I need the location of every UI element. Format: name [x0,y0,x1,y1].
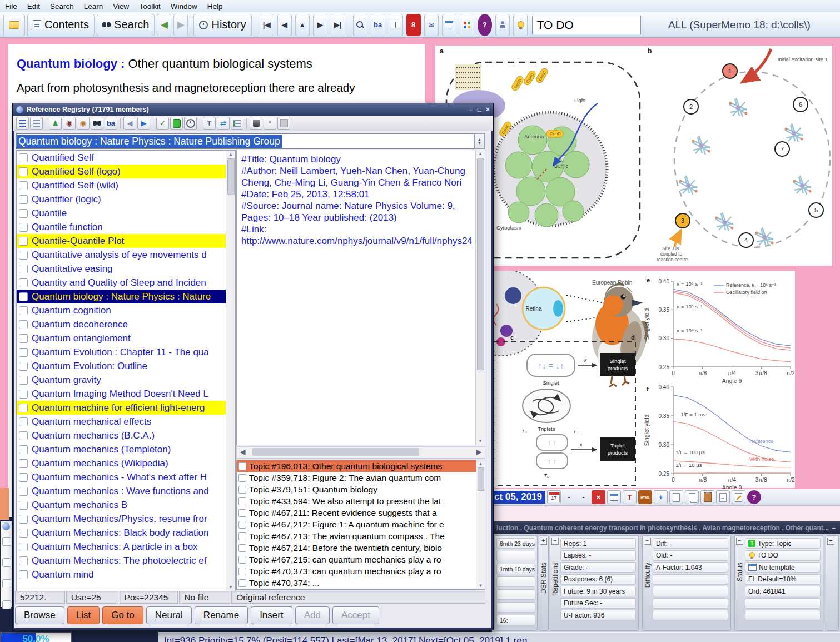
item-checkbox[interactable] [19,181,28,190]
next-element-icon[interactable]: ▶ [313,14,327,36]
horizontal-scrollbar[interactable]: ◀▶ [236,446,485,459]
dash-icon[interactable]: - [577,491,590,504]
browse-button[interactable]: Browse [15,606,64,624]
prev-icon[interactable]: ◀ [123,117,136,130]
reference-link[interactable]: http://www.nature.com/nphys/journal/v9/n… [241,235,468,247]
item-checkbox[interactable] [19,417,28,426]
topic-checkbox[interactable] [238,544,246,552]
history-button[interactable]: History [193,14,251,36]
topic-row[interactable]: Topic #467,213: The avian quantum compas… [237,530,485,542]
list-item[interactable]: Quantum Mechanics: The photoelectric ef [17,554,235,568]
item-checkbox[interactable] [19,306,28,315]
semantic-icon[interactable]: ◉ [77,117,90,130]
list-item[interactable]: Quantum mechanics B [17,498,235,512]
font-icon[interactable]: T [623,490,637,504]
template-window-icon[interactable] [442,14,456,36]
history-time-icon[interactable] [184,117,197,130]
item-checkbox[interactable] [19,292,28,301]
item-checkbox[interactable] [19,515,28,524]
topic-checkbox[interactable] [238,579,246,587]
item-checkbox[interactable] [19,404,28,412]
minimize-icon[interactable]: – [469,106,473,113]
list-item[interactable]: Quantified Self (wiki) [17,178,235,192]
item-checkbox[interactable] [19,390,28,399]
item-checkbox[interactable] [19,209,28,218]
item-checkbox[interactable] [19,431,28,440]
list-item[interactable]: Quantum machine for efficient light-ener… [17,401,235,415]
maximize-icon[interactable]: □ [478,106,481,113]
add-button[interactable]: Add [295,606,330,624]
archive-icon[interactable] [250,117,262,130]
item-checkbox[interactable] [19,167,28,176]
google-icon[interactable]: 8 [406,14,421,36]
list-item[interactable]: Quantum entanglement [17,331,235,345]
calendar-icon[interactable]: 17 [547,490,561,504]
rename-button[interactable]: Rename [195,606,248,624]
combo-spinner[interactable]: ▲▼ [474,133,485,149]
item-checkbox[interactable] [19,223,28,232]
tasklist-bulb-icon[interactable] [513,14,528,36]
list-item[interactable]: Quantum gravity [17,373,235,387]
next-icon[interactable]: ▶ [137,117,150,130]
background-checkbox[interactable] [2,600,11,609]
list-item[interactable]: Quantum Mechanics: A particle in a box [17,540,235,554]
topic-row[interactable]: Topic #467,215: can quantum mechanics pl… [237,554,485,565]
menu-window[interactable]: Window [166,2,202,11]
topic-row[interactable]: Topic #379,151: Quantum biology [237,484,485,495]
first-element-icon[interactable]: |◀ [260,14,274,36]
clipboard-icon[interactable] [700,490,714,504]
item-checkbox[interactable] [19,265,28,273]
topic-checkbox[interactable] [238,532,246,540]
menu-learn[interactable]: Learn [79,2,108,11]
list-item[interactable]: Quantum mechanics (Wikipedia) [17,456,235,470]
item-checkbox[interactable] [19,362,28,371]
collapse-icon[interactable]: − [644,538,651,545]
item-checkbox[interactable] [19,445,28,454]
registry-view-icon[interactable] [30,117,43,130]
item-checkbox[interactable] [19,251,28,260]
windows-colors-icon[interactable] [460,14,474,36]
menu-view[interactable]: View [108,2,134,11]
expand-icon[interactable]: + [827,538,834,545]
background-checkbox[interactable] [2,558,11,567]
tools-icon[interactable]: * [264,117,276,130]
topic-checkbox[interactable] [238,568,246,575]
menu-file[interactable]: File [0,2,22,11]
background-checkbox[interactable] [2,537,11,546]
template-icon[interactable] [607,490,621,504]
share-person-icon[interactable] [495,14,510,36]
registry-menu-icon[interactable] [16,117,29,130]
list-button[interactable]: List [67,606,100,624]
list-item[interactable]: Quantitative analysis of eye movements d [17,248,235,262]
search-registry-icon[interactable] [91,117,103,130]
item-checkbox[interactable] [19,487,28,496]
list-item[interactable]: Quantum mechanics : Wave functions and [17,484,235,498]
mail-icon[interactable]: ✉ [424,14,439,36]
expand-icon[interactable]: + [540,538,547,545]
resize-icon[interactable]: + [654,490,668,504]
contents-button[interactable]: Contents [27,14,95,36]
translate-icon[interactable]: ba [105,117,117,130]
text-format-icon[interactable]: T [203,117,216,130]
topic-checkbox[interactable] [238,474,246,482]
item-checkbox[interactable] [19,153,28,162]
parent-element-icon[interactable]: ▲ [295,14,310,36]
list-item[interactable]: Quantitative easing [17,262,235,276]
topic-row[interactable]: Topic #359,718: Figure 2: The avian quan… [237,472,485,484]
last-element-icon[interactable]: ▶| [331,14,345,36]
topic-checkbox[interactable] [238,556,246,564]
list-item[interactable]: Quantum Imaging Method Doesn't Need L [17,387,235,401]
swap-icon[interactable]: ⇄ [217,117,230,130]
blank-icon[interactable] [277,117,290,130]
list-item[interactable]: Quantum cognition [17,303,235,317]
menu-help[interactable]: Help [202,2,228,11]
list-item[interactable]: Quantum mechanics (Templeton) [17,442,235,456]
list-item[interactable]: Quantified Self [17,151,235,165]
topic-row[interactable]: Topic #467,212: Figure 1: A quantum mach… [237,519,485,530]
prev-element-icon[interactable]: ◀ [277,14,292,36]
item-checkbox[interactable] [19,556,28,565]
date-field[interactable]: ct 05, 2019 [493,491,545,504]
go-to-button[interactable]: Go to [102,606,143,624]
help-icon[interactable]: ? [478,14,492,36]
new-collection-button[interactable] [3,14,25,36]
